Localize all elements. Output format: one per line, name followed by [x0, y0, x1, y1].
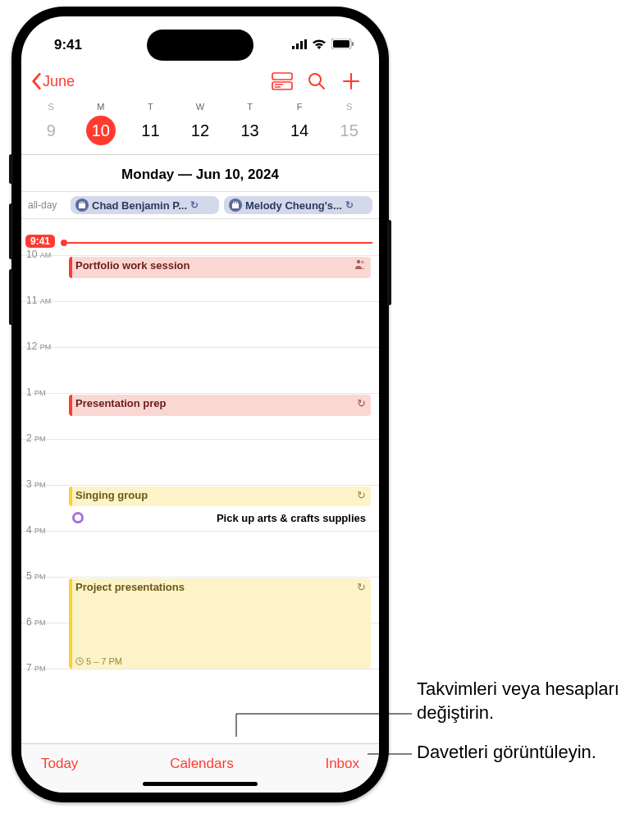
dynamic-island: [147, 30, 253, 61]
callout-calendars: Takvimleri veya hesapları değiştirin.: [417, 678, 644, 724]
callout-inbox: Davetleri görüntüleyin.: [417, 741, 596, 765]
